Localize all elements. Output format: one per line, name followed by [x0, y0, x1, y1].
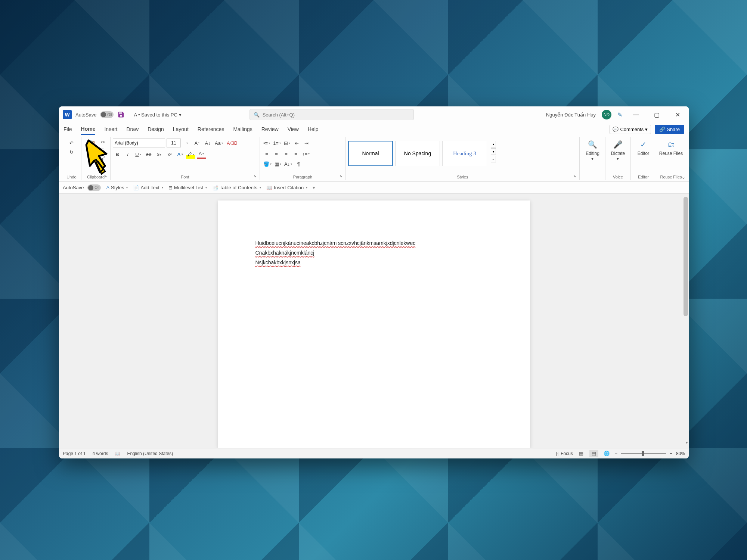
document-line[interactable]: Huidbceiucnjkánucineakcbhzjcnám scnzxvhc…	[255, 240, 493, 246]
style-normal[interactable]: Normal	[348, 141, 393, 166]
focus-mode[interactable]: [·] Focus	[556, 451, 573, 456]
minimize-button[interactable]: —	[628, 109, 643, 120]
font-size-select[interactable]	[167, 139, 181, 147]
text-effects-icon[interactable]: A	[176, 150, 185, 159]
dictate-button[interactable]: 🎤 Dictate▾ Voice	[605, 137, 630, 180]
print-layout-icon[interactable]: ▤	[589, 450, 598, 457]
page-count[interactable]: Page 1 of 1	[63, 451, 86, 456]
editing-button[interactable]: 🔍 Editing▾	[580, 137, 605, 180]
font-expand-icon[interactable]: ⬊	[254, 174, 258, 179]
zoom-out-button[interactable]: −	[615, 451, 617, 456]
qat-add-text[interactable]: 📄 Add Text	[133, 185, 163, 190]
close-button[interactable]: ✕	[670, 109, 685, 120]
maximize-button[interactable]: ▢	[649, 109, 664, 120]
tab-review[interactable]: Review	[261, 124, 279, 134]
read-mode-icon[interactable]: ▦	[577, 450, 586, 457]
vertical-scrollbar[interactable]	[684, 197, 688, 316]
line-spacing-icon[interactable]: ↕≡	[301, 149, 311, 158]
change-case-icon[interactable]: Aa	[214, 139, 224, 147]
search-input[interactable]: 🔍 Search (Alt+Q)	[249, 109, 414, 120]
zoom-slider[interactable]	[621, 453, 666, 454]
shading-icon[interactable]: 🪣	[262, 159, 273, 168]
copy-icon[interactable]: ⎘	[99, 147, 106, 153]
align-right-icon[interactable]: ≡	[282, 149, 291, 158]
grow-font-icon[interactable]: A↑	[193, 139, 202, 147]
tab-mailings[interactable]: Mailings	[233, 124, 252, 134]
spellcheck-icon[interactable]: 📖	[115, 451, 120, 456]
word-count[interactable]: 4 words	[92, 451, 108, 456]
qat-citation[interactable]: 📖 Insert Citation	[266, 185, 307, 190]
comments-button[interactable]: 💬 Comments ▾	[609, 125, 651, 134]
user-name[interactable]: Nguyễn Đức Tuấn Huy	[546, 112, 596, 118]
tab-view[interactable]: View	[288, 124, 299, 134]
format-painter-icon[interactable]: 🖌	[99, 155, 106, 162]
share-button[interactable]: 🔗 Share	[655, 125, 684, 134]
zoom-in-button[interactable]: +	[670, 451, 672, 456]
document-title[interactable]: A • Saved to this PC ▾	[134, 112, 181, 118]
bold-button[interactable]: B	[113, 150, 122, 159]
underline-button[interactable]: U	[134, 150, 143, 159]
font-color-icon[interactable]: A	[197, 150, 206, 159]
paste-button[interactable]: 📋	[84, 139, 98, 162]
scroll-down-icon[interactable]: ▾	[686, 440, 688, 445]
shrink-font-icon[interactable]: A↓	[203, 139, 212, 147]
autosave-toggle[interactable]: Off	[100, 111, 114, 118]
redo-button[interactable]: ↻	[64, 147, 79, 156]
sort-icon[interactable]: A↓	[283, 159, 293, 168]
qat-autosave-toggle[interactable]: Off	[87, 184, 101, 191]
align-left-icon[interactable]: ≡	[262, 149, 271, 158]
save-icon[interactable]	[117, 111, 125, 118]
language-status[interactable]: English (United States)	[127, 451, 173, 456]
multilevel-icon[interactable]: ⊟	[283, 139, 292, 147]
document-page[interactable]: Huidbceiucnjkánucineakcbhzjcnám scnzxvhc…	[218, 200, 530, 448]
styles-more-icon[interactable]: ⌄	[491, 156, 496, 162]
style-no-spacing[interactable]: No Spacing	[395, 141, 440, 166]
web-layout-icon[interactable]: 🌐	[602, 450, 611, 457]
justify-icon[interactable]: ≡	[291, 149, 300, 158]
font-size-dropdown[interactable]	[182, 139, 191, 147]
cut-icon[interactable]: ✂	[99, 139, 106, 145]
document-line[interactable]: Cnakbxhaknákjncmkláncj	[255, 250, 493, 256]
font-name-select[interactable]	[113, 139, 165, 147]
undo-button[interactable]: ↶	[64, 139, 79, 147]
tab-home[interactable]: Home	[81, 124, 96, 135]
qat-toc[interactable]: 📑 Table of Contents	[212, 185, 261, 190]
italic-button[interactable]: I	[123, 150, 132, 159]
subscript-button[interactable]: x₂	[155, 150, 164, 159]
reuse-files-button[interactable]: 🗂 Reuse Files Reuse Files	[656, 137, 686, 180]
qat-multilevel[interactable]: ⊟ Multilevel List	[168, 185, 207, 190]
styles-down-icon[interactable]: ▾	[491, 148, 496, 155]
highlight-icon[interactable]: 🖍	[186, 150, 195, 159]
align-center-icon[interactable]: ≡	[272, 149, 281, 158]
strikethrough-button[interactable]: ab	[144, 150, 153, 159]
styles-up-icon[interactable]: ▴	[491, 141, 496, 147]
editor-button[interactable]: ✓ Editor Editor	[630, 137, 656, 180]
paragraph-expand-icon[interactable]: ⬊	[340, 174, 344, 179]
qat-styles[interactable]: A Styles	[106, 185, 128, 190]
tab-help[interactable]: Help	[308, 124, 319, 134]
tab-file[interactable]: File	[63, 124, 72, 134]
clipboard-expand-icon[interactable]: ⬊	[104, 174, 109, 179]
qat-overflow-icon[interactable]: ▾	[313, 185, 315, 190]
pen-icon[interactable]: ✎	[617, 111, 622, 118]
indent-right-icon[interactable]: ⇥	[302, 139, 311, 147]
indent-left-icon[interactable]: ⇤	[292, 139, 301, 147]
user-avatar[interactable]: NĐ	[602, 110, 611, 119]
bullets-icon[interactable]: •≡	[262, 139, 271, 147]
tab-references[interactable]: References	[198, 124, 224, 134]
styles-expand-icon[interactable]: ⬊	[573, 174, 578, 179]
tab-draw[interactable]: Draw	[126, 124, 139, 134]
style-heading3[interactable]: Heading 3	[442, 141, 487, 166]
tab-layout[interactable]: Layout	[173, 124, 189, 134]
superscript-button[interactable]: x²	[165, 150, 174, 159]
show-marks-icon[interactable]: ¶	[294, 159, 303, 168]
numbering-icon[interactable]: 1≡	[272, 139, 282, 147]
document-line[interactable]: Nsjkcbakbxkjsnxjsa	[255, 259, 493, 265]
tab-design[interactable]: Design	[148, 124, 164, 134]
borders-icon[interactable]: ▦	[273, 159, 282, 168]
zoom-level[interactable]: 80%	[676, 451, 685, 456]
ribbon-collapse-icon[interactable]: ⌄	[681, 174, 686, 180]
clear-format-icon[interactable]: A⌫	[226, 139, 238, 147]
document-area[interactable]: Huidbceiucnjkánucineakcbhzjcnám scnzxvhc…	[59, 194, 689, 448]
tab-insert[interactable]: Insert	[104, 124, 117, 134]
